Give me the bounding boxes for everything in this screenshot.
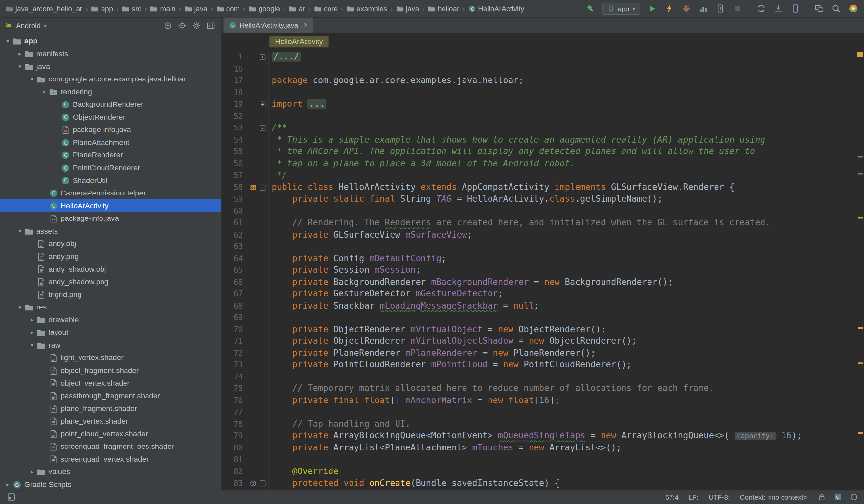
code-line[interactable]: 63 [222,241,856,253]
apply-changes-icon[interactable] [663,3,674,14]
breadcrumb-item[interactable]: java [395,4,420,13]
debug-icon[interactable] [680,3,692,14]
project-tree-item[interactable]: ▸GGradle Scripts [0,478,221,490]
profiler-icon[interactable] [697,3,709,14]
override-marker-icon[interactable] [247,478,260,490]
project-tree-item[interactable]: ▾com.google.ar.core.examples.java.helloa… [0,73,221,85]
select-opened-file-icon[interactable] [177,21,186,30]
settings-gear-icon[interactable] [192,21,201,30]
breadcrumb-item[interactable]: app [90,4,114,13]
code-line[interactable]: 61 // Rendering. The Renderers are creat… [222,217,856,229]
sync-gradle-icon[interactable] [756,3,767,14]
context-widget[interactable]: Context: <no context> [740,493,807,501]
code-line[interactable]: 60 [222,205,856,217]
breadcrumb-item[interactable]: src [121,4,143,13]
code-line[interactable]: 79 private ArrayBlockingQueue<MotionEven… [222,430,856,442]
code-line[interactable]: 53-/** [222,122,856,134]
project-tree-item[interactable]: andy_shadow.png [0,275,221,288]
code-line[interactable]: 67 private GestureDetector mGestureDetec… [222,288,856,300]
run-config-selector[interactable]: app▾ [602,3,640,15]
search-everywhere-icon[interactable] [830,3,842,14]
project-tree-item[interactable]: package-info.java [0,123,221,136]
project-tree-item[interactable]: screenquad_vertex.shader [0,453,221,466]
inspection-status-icon[interactable] [857,52,863,58]
expand-all-icon[interactable] [163,21,172,30]
code-line[interactable]: 17package com.google.ar.core.examples.ja… [222,75,856,87]
code-line[interactable]: 70 private ObjectRenderer mVirtualObject… [222,324,856,335]
project-tree-item[interactable]: ▾rendering [0,85,221,98]
encoding-widget[interactable]: UTF-8: [709,493,730,501]
project-tree-item[interactable]: screenquad_fragment_oes.shader [0,440,221,453]
tree-collapsed-arrow-icon[interactable]: ▸ [3,481,12,487]
fold-toggle-icon[interactable]: - [260,480,265,486]
project-tree-item[interactable]: point_cloud_vertex.shader [0,428,221,440]
code-line[interactable]: 80 private ArrayList<PlaneAttachment> mT… [222,442,856,454]
breadcrumb-item[interactable]: examples [346,4,388,13]
project-tree-item[interactable]: CObjectRenderer [0,111,221,123]
fold-toggle-icon[interactable]: - [260,184,265,190]
close-tab-icon[interactable]: ✕ [303,21,308,28]
stripe-mark[interactable] [858,327,863,328]
sdk-manager-icon[interactable] [773,3,784,14]
project-tree-item[interactable]: andy.obj [0,238,221,250]
tree-expanded-arrow-icon[interactable]: ▾ [15,228,24,234]
project-tree-item[interactable]: ▾java [0,60,221,73]
fold-expanded-icon[interactable]: - [260,122,269,134]
code-line[interactable]: 64 private Config mDefaultConfig; [222,253,856,264]
project-tree-item[interactable]: andy_shadow.obj [0,263,221,276]
code-line[interactable]: 68 private Snackbar mLoadingMessageSnack… [222,300,856,312]
tree-expanded-arrow-icon[interactable]: ▾ [27,76,36,82]
code-line[interactable]: 76 private final float[] mAnchorMatrix =… [222,395,856,406]
project-tree-item[interactable]: plane_vertex.shader [0,415,221,428]
tree-collapsed-arrow-icon[interactable]: ▸ [27,329,36,335]
code-line[interactable]: 75 // Temporary matrix allocated here to… [222,383,856,395]
breadcrumb-item[interactable]: core [313,4,339,13]
stripe-mark[interactable] [858,173,863,175]
code-area[interactable]: 1+/.../1617package com.google.ar.core.ex… [222,50,856,490]
fold-toggle-icon[interactable]: + [260,54,265,60]
fold-toggle-icon[interactable]: + [260,101,265,107]
breadcrumb-item[interactable]: java [183,4,208,13]
breadcrumb-item[interactable]: helloar [427,4,460,13]
build-hammer-icon[interactable] [585,3,596,14]
layout-inspector-icon[interactable] [813,3,825,14]
fold-collapsed-icon[interactable]: + [260,51,269,63]
stripe-mark[interactable] [858,362,863,364]
project-tree-item[interactable]: object_fragment.shader [0,364,221,377]
code-line[interactable]: 55 * the ARCore API. The application wil… [222,146,856,158]
code-line[interactable]: 74 [222,371,856,383]
breadcrumb-item[interactable]: com [215,4,241,13]
project-tree-item[interactable]: ▸manifests [0,47,221,60]
class-marker-icon[interactable] [247,181,260,193]
code-line[interactable]: 81 [222,454,856,466]
breadcrumb-item[interactable]: google [248,4,281,13]
breadcrumb-item[interactable]: ar [288,4,306,13]
toolwindow-switcher-icon[interactable] [5,492,17,503]
code-line[interactable]: 72 private PlaneRenderer mPlaneRenderer … [222,347,856,359]
code-line[interactable]: 16 [222,63,856,75]
breadcrumb-item[interactable]: main [149,4,177,13]
project-tree-item[interactable]: CShaderUtil [0,174,221,187]
code-line[interactable]: 1+/.../ [222,51,856,63]
project-tree-item[interactable]: ▸values [0,466,221,478]
tree-expanded-arrow-icon[interactable]: ▾ [15,63,24,69]
project-tree-item[interactable]: object_vertex.shader [0,377,221,390]
code-line[interactable]: 82 @Override [222,466,856,477]
tree-collapsed-arrow-icon[interactable]: ▸ [27,317,36,323]
project-tree-item[interactable]: plane_fragment.shader [0,402,221,415]
code-line[interactable]: 73 private PointCloudRenderer mPointClou… [222,359,856,371]
project-tree-item[interactable]: ▸drawable [0,313,221,326]
tree-collapsed-arrow-icon[interactable]: ▸ [27,469,36,475]
code-line[interactable]: 54 * This is a simple example that shows… [222,134,856,146]
project-tree-item[interactable]: CCameraPermissionHelper [0,187,221,200]
stripe-mark[interactable] [858,156,863,157]
code-line[interactable]: 69 [222,312,856,324]
gradle-elephant-icon[interactable]: G [833,492,843,502]
tree-expanded-arrow-icon[interactable]: ▾ [15,304,24,310]
code-line[interactable]: 18 [222,87,856,98]
code-line[interactable]: 71 private ObjectRenderer mVirtualObject… [222,335,856,347]
project-tree-item[interactable]: light_vertex.shader [0,351,221,364]
project-tree-item[interactable]: CPointCloudRenderer [0,161,221,174]
breadcrumb-item[interactable]: java_arcore_hello_ar [4,4,83,13]
fold-expanded-icon[interactable]: - [260,478,269,490]
